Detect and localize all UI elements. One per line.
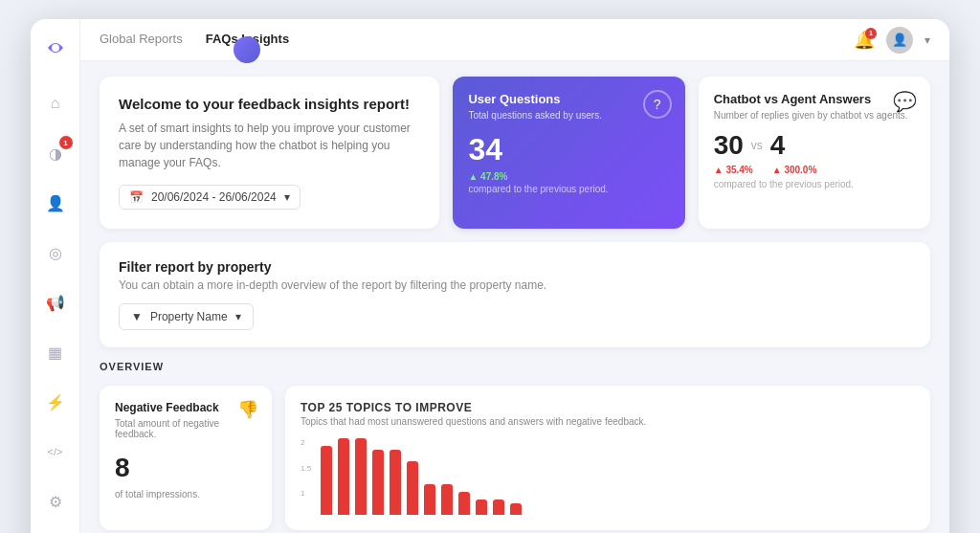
uq-title: User Questions: [468, 92, 669, 106]
chart-bar: [338, 438, 349, 515]
negative-feedback-card: 👎 Negative Feedback Total amount of nega…: [100, 386, 272, 530]
tab-global-reports[interactable]: Global Reports: [100, 28, 183, 52]
chart-bar: [424, 484, 435, 515]
date-range-value: 20/06/2024 - 26/06/2024: [151, 190, 277, 204]
chart-bars: [321, 438, 522, 515]
sidebar-item-code[interactable]: </>: [40, 436, 71, 467]
overview-label: OVERVIEW: [100, 361, 930, 372]
notification-badge: 1: [865, 28, 877, 39]
chart-subtitle: Topics that had most unanswered question…: [301, 416, 915, 427]
chart-bar: [458, 492, 470, 515]
svg-point-0: [52, 44, 59, 52]
chart-bar: [510, 503, 522, 515]
chatbot-change: ▲ 35.4%: [714, 165, 753, 175]
chatbot-vs-agent-card: 💬 Chatbot vs Agent Answers Number of rep…: [699, 77, 930, 229]
property-filter-select[interactable]: ▼ Property Name ▾: [119, 303, 254, 330]
chart-y-axis: 2 1.5 1: [301, 438, 311, 515]
user-questions-card: ? User Questions Total questions asked b…: [453, 77, 684, 229]
filter-subtitle: You can obtain a more in-depth overview …: [119, 278, 911, 292]
agent-count: 4: [770, 130, 786, 161]
notification-bell[interactable]: 🔔 1: [854, 30, 875, 51]
uq-count: 34: [468, 132, 669, 167]
filter-card: Filter report by property You can obtain…: [100, 242, 930, 347]
user-avatar[interactable]: 👤: [886, 27, 913, 54]
chart-bar: [321, 446, 332, 515]
chart-bar: [493, 500, 504, 515]
sidebar-item-integrations[interactable]: ⚡: [40, 387, 71, 417]
filter-select-label: Property Name: [150, 310, 228, 323]
nf-subtitle: Total amount of negative feedback.: [115, 418, 256, 439]
chat-icon: 💬: [893, 90, 917, 113]
filter-select-arrow: ▾: [235, 310, 241, 323]
page-content: Welcome to your feedback insights report…: [80, 61, 949, 533]
sidebar-item-analytics[interactable]: ▦: [40, 337, 71, 367]
cva-subtitle: Number of replies given by chatbot vs ag…: [714, 110, 915, 121]
vs-label: vs: [751, 139, 763, 152]
cva-period: compared to the previous period.: [714, 179, 915, 189]
uq-subtitle: Total questions asked by users.: [468, 110, 669, 121]
thumbsdown-icon: 👎: [237, 399, 258, 420]
nf-title: Negative Feedback: [115, 401, 256, 414]
calendar-icon: 📅: [129, 190, 144, 204]
top-topics-chart-card: TOP 25 TOPICS TO IMPROVE Topics that had…: [285, 386, 930, 530]
sidebar-item-home[interactable]: ⌂: [40, 88, 71, 119]
chart-bar: [390, 450, 401, 515]
chart-title: TOP 25 TOPICS TO IMPROVE: [301, 401, 915, 414]
user-chevron[interactable]: ▾: [924, 33, 930, 47]
tab-faqs-insights[interactable]: FAQs Insights: [206, 28, 289, 52]
cva-numbers: 30 vs 4: [714, 130, 915, 161]
chart-bar: [355, 438, 367, 515]
chart-bar: [372, 450, 384, 515]
cva-changes: ▲ 35.4% ▲ 300.0%: [714, 165, 915, 175]
chart-bar: [476, 500, 487, 515]
date-dropdown-arrow[interactable]: ▾: [284, 190, 290, 204]
nf-count: 8: [115, 453, 256, 483]
chart-bar: [441, 484, 453, 515]
sidebar-item-megaphone[interactable]: 📢: [40, 287, 71, 318]
logo[interactable]: [42, 34, 69, 61]
nf-footer: of total impressions.: [115, 489, 256, 500]
date-range-selector[interactable]: 📅 20/06/2024 - 26/06/2024 ▾: [119, 185, 301, 210]
agent-change: ▲ 300.0%: [772, 165, 817, 175]
chart-bar: [407, 461, 418, 515]
chatbot-count: 30: [714, 130, 744, 161]
tab-active-indicator: [234, 36, 260, 63]
welcome-card: Welcome to your feedback insights report…: [100, 77, 439, 229]
welcome-description: A set of smart insights to help you impr…: [119, 120, 420, 171]
reports-badge: 1: [59, 136, 73, 149]
sidebar-item-reports[interactable]: ◑ 1: [40, 138, 71, 168]
uq-change: ▲ 47.8%: [468, 171, 669, 182]
sidebar: ⌂ ◑ 1 👤 ◎ 📢 ▦ ⚡ </> ⚙ ?: [31, 19, 80, 533]
main-content: Global Reports FAQs Insights 🔔 1 👤 ▾ Wel: [80, 19, 949, 533]
overview-row: 👎 Negative Feedback Total amount of nega…: [100, 386, 930, 530]
top-navigation: Global Reports FAQs Insights 🔔 1 👤 ▾: [80, 19, 949, 61]
filter-funnel-icon: ▼: [131, 310, 143, 323]
topnav-right: 🔔 1 👤 ▾: [854, 27, 930, 54]
filter-title: Filter report by property: [119, 259, 911, 275]
sidebar-item-circle[interactable]: ◎: [40, 237, 71, 268]
uq-period: compared to the previous period.: [468, 184, 669, 194]
welcome-section: Welcome to your feedback insights report…: [100, 77, 930, 229]
sidebar-item-users[interactable]: 👤: [40, 188, 71, 218]
sidebar-item-gear[interactable]: ⚙: [40, 486, 71, 517]
cva-title: Chatbot vs Agent Answers: [714, 92, 915, 106]
app-window: ⌂ ◑ 1 👤 ◎ 📢 ▦ ⚡ </> ⚙ ? Global Reports F…: [31, 19, 949, 533]
welcome-title: Welcome to your feedback insights report…: [119, 96, 420, 112]
